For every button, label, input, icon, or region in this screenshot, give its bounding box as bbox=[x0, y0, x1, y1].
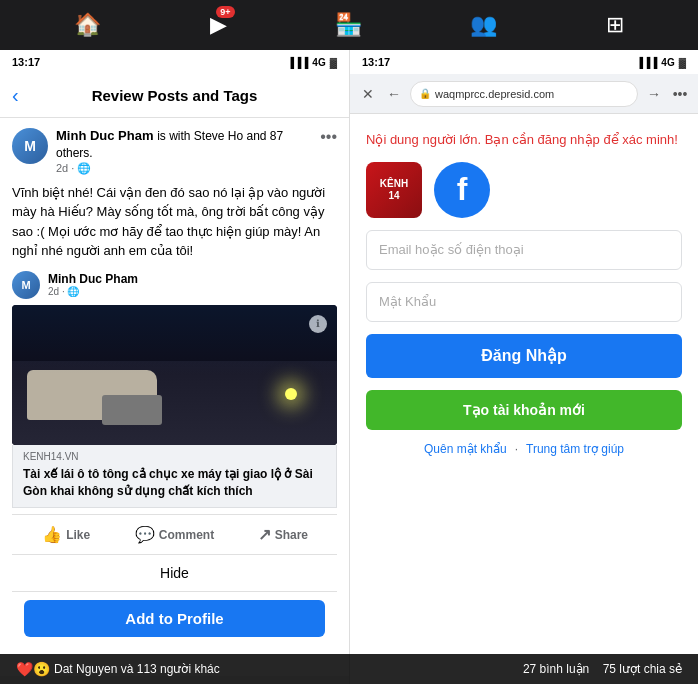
password-placeholder: Mật Khẩu bbox=[379, 294, 436, 309]
store-icon[interactable]: 🏪 bbox=[335, 12, 362, 38]
browser-forward-button[interactable]: → bbox=[644, 86, 664, 102]
browser-close-button[interactable]: ✕ bbox=[358, 86, 378, 102]
reaction-right: 27 bình luận 75 lượt chia sẻ bbox=[523, 662, 682, 676]
post-author-info: M Minh Duc Pham is with Steve Ho and 87 … bbox=[12, 128, 320, 175]
network-right: 4G bbox=[661, 57, 674, 68]
author-name: Minh Duc Pham is with Steve Ho and 87 ot… bbox=[56, 128, 320, 162]
shares-count: 75 lượt chia sẻ bbox=[603, 662, 682, 676]
reaction-left: ❤️😮 Dat Nguyen và 113 người khác bbox=[16, 661, 220, 677]
forgot-password-link[interactable]: Quên mật khẩu bbox=[424, 442, 507, 456]
avatar: M bbox=[12, 128, 48, 164]
create-account-button[interactable]: Tạo tài khoản mới bbox=[366, 390, 682, 430]
comment-icon: 💬 bbox=[135, 525, 155, 544]
left-panel: 13:17 ▐▐▐ 4G ▓ ‹ Review Posts and Tags M… bbox=[0, 50, 349, 684]
add-to-profile-button[interactable]: Add to Profile bbox=[24, 600, 325, 637]
network-left: 4G bbox=[312, 57, 325, 68]
post-options-button[interactable]: ••• bbox=[320, 128, 337, 146]
people-icon[interactable]: 👥 bbox=[470, 12, 497, 38]
browser-back-button[interactable]: ← bbox=[384, 86, 404, 102]
second-avatar: M bbox=[12, 271, 40, 299]
time-right: 13:17 bbox=[362, 56, 390, 68]
video-badge: 9+ bbox=[216, 6, 234, 18]
url-text: waqmprcc.depresid.com bbox=[435, 88, 554, 100]
browser-more-button[interactable]: ••• bbox=[670, 86, 690, 102]
accident-scene: ℹ bbox=[12, 305, 337, 445]
home-icon[interactable]: 🏠 bbox=[74, 12, 101, 38]
hide-button[interactable]: Hide bbox=[12, 555, 337, 592]
forgot-links: Quên mật khẩu · Trung tâm trợ giúp bbox=[366, 442, 682, 456]
status-bar-right: 13:17 ▐▐▐ 4G ▓ bbox=[350, 50, 698, 74]
logo-row: KÊNH14 f bbox=[366, 162, 682, 218]
reactor-text: Dat Nguyen và 113 người khác bbox=[54, 662, 220, 676]
image-overlay bbox=[12, 305, 337, 445]
reaction-bar: ❤️😮 Dat Nguyen và 113 người khác 27 bình… bbox=[0, 654, 698, 684]
link-divider: · bbox=[515, 442, 518, 456]
browser-bar: ✕ ← 🔒 waqmprcc.depresid.com → ••• bbox=[350, 74, 698, 114]
time-left: 13:17 bbox=[12, 56, 40, 68]
post-image: ℹ bbox=[12, 305, 337, 445]
comments-count: 27 bình luận bbox=[523, 662, 589, 676]
action-bar: 👍 Like 💬 Comment ↗ Share bbox=[12, 514, 337, 555]
email-input[interactable]: Email hoặc số điện thoại bbox=[366, 230, 682, 270]
signal-right: ▐▐▐ bbox=[636, 57, 657, 68]
email-placeholder: Email hoặc số điện thoại bbox=[379, 242, 524, 257]
comment-button[interactable]: 💬 Comment bbox=[120, 521, 228, 548]
battery-right: ▓ bbox=[679, 57, 686, 68]
signal-left: ▐▐▐ bbox=[287, 57, 308, 68]
url-bar[interactable]: 🔒 waqmprcc.depresid.com bbox=[410, 81, 638, 107]
share-button[interactable]: ↗ Share bbox=[229, 521, 337, 548]
like-icon: 👍 bbox=[42, 525, 62, 544]
status-bar-left: 13:17 ▐▐▐ 4G ▓ bbox=[0, 50, 349, 74]
link-source: KENH14.VN bbox=[13, 445, 336, 464]
facebook-logo: f bbox=[434, 162, 490, 218]
warning-text: Nội dung người lớn. Bạn cần đăng nhập để… bbox=[366, 130, 682, 150]
status-icons-right: ▐▐▐ 4G ▓ bbox=[636, 57, 686, 68]
post-author-row: M Minh Duc Pham is with Steve Ho and 87 … bbox=[12, 128, 337, 175]
second-author-name: Minh Duc Pham bbox=[48, 272, 138, 286]
lock-icon: 🔒 bbox=[419, 88, 431, 99]
login-button[interactable]: Đăng Nhập bbox=[366, 334, 682, 378]
help-center-link[interactable]: Trung tâm trợ giúp bbox=[526, 442, 624, 456]
video-icon[interactable]: ▶ 9+ bbox=[210, 12, 227, 38]
post-timestamp: 2d · 🌐 bbox=[56, 162, 320, 175]
header-bar: ‹ Review Posts and Tags bbox=[0, 74, 349, 118]
password-input[interactable]: Mật Khẩu bbox=[366, 282, 682, 322]
top-nav-bar: 🏠 ▶ 9+ 🏪 👥 ⊞ bbox=[0, 0, 698, 50]
post-text: Vĩnh biệt nhé! Cái vận đen đó sao nó lại… bbox=[12, 183, 337, 261]
battery-left: ▓ bbox=[330, 57, 337, 68]
back-button[interactable]: ‹ bbox=[12, 84, 19, 107]
second-post-meta: 2d · 🌐 bbox=[48, 286, 138, 297]
link-preview: KENH14.VN Tài xế lái ô tô tông cả chục x… bbox=[12, 445, 337, 509]
second-post-author: M Minh Duc Pham 2d · 🌐 bbox=[12, 271, 337, 299]
second-author-info: Minh Duc Pham 2d · 🌐 bbox=[48, 272, 138, 297]
post-card: M Minh Duc Pham is with Steve Ho and 87 … bbox=[0, 118, 349, 684]
menu-icon[interactable]: ⊞ bbox=[606, 12, 624, 38]
kenh14-logo: KÊNH14 bbox=[366, 162, 422, 218]
link-title: Tài xế lái ô tô tông cả chục xe máy tại … bbox=[13, 464, 336, 508]
fb-login-area: Nội dung người lớn. Bạn cần đăng nhập để… bbox=[350, 114, 698, 684]
author-name-area: Minh Duc Pham is with Steve Ho and 87 ot… bbox=[56, 128, 320, 175]
main-content: 13:17 ▐▐▐ 4G ▓ ‹ Review Posts and Tags M… bbox=[0, 50, 698, 684]
status-icons-left: ▐▐▐ 4G ▓ bbox=[287, 57, 337, 68]
page-title: Review Posts and Tags bbox=[92, 87, 258, 104]
reaction-icons: ❤️😮 bbox=[16, 661, 50, 677]
right-panel: 13:17 ▐▐▐ 4G ▓ ✕ ← 🔒 waqmprcc.depresid.c… bbox=[349, 50, 698, 684]
share-icon: ↗ bbox=[258, 525, 271, 544]
like-button[interactable]: 👍 Like bbox=[12, 521, 120, 548]
